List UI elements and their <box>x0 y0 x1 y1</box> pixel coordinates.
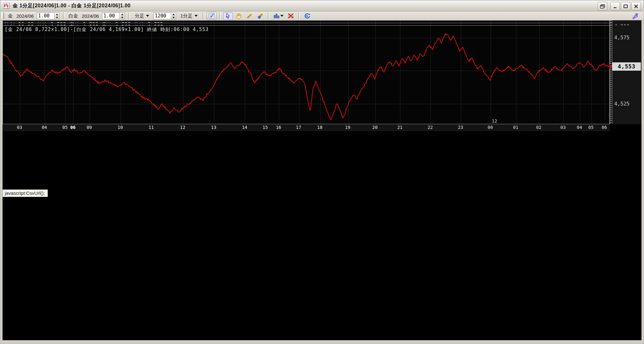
chevron-down-icon <box>194 15 198 17</box>
svg-text:R: R <box>306 15 308 18</box>
x-axis-label: 13 <box>211 125 216 130</box>
pointer-tool-button[interactable] <box>223 12 233 20</box>
x-axis-label: 18 <box>317 125 322 130</box>
gold-symbol-label: 金 <box>8 13 13 19</box>
bar-count-input[interactable] <box>153 12 171 19</box>
chevron-down-icon <box>146 15 149 17</box>
x-axis-label: 06 <box>70 125 76 130</box>
spread-current-price-box: 4,553 <box>612 62 641 71</box>
app-window: { "window": { "title": "金 1分足[2024/06]1.… <box>0 0 644 344</box>
x-axis-label: 00 <box>488 125 493 130</box>
x-axis-label: 10 <box>118 125 123 130</box>
platinum-multiplier-input[interactable] <box>102 12 119 19</box>
chart-style-button[interactable] <box>272 12 285 20</box>
x-axis-label: 11 <box>149 125 154 130</box>
pan-tool-button[interactable] <box>234 12 244 20</box>
gold-contract-month[interactable]: 2024/06 <box>16 13 34 19</box>
hand-icon <box>236 13 242 19</box>
data-window-icon <box>208 13 215 19</box>
bar-type-dropdown[interactable]: 分足 <box>133 12 150 20</box>
highlighter-crosshair-icon <box>257 13 264 19</box>
x-axis-label: 05 <box>588 125 594 130</box>
x-axis-label: 06 <box>602 125 607 130</box>
draw-tool-button[interactable] <box>245 12 254 20</box>
titlebar[interactable]: 金 1分足[2024/06]1.00 - 白金 1分足[2024/06]1.00 <box>1 1 643 11</box>
spread-plot[interactable]: [金 24/06 8,722×1.00]-[白金 24/06 4,169×1.0… <box>3 25 610 124</box>
x-axis-label: 17 <box>296 125 301 130</box>
platinum-symbol-label: 白金 <box>68 13 78 19</box>
current-price-arrow-icon <box>609 64 612 69</box>
wrench-icon <box>632 13 639 19</box>
bar-count-up[interactable] <box>171 13 176 16</box>
spread-y-axis: 4,553 4,5754,525 <box>612 25 641 124</box>
x-axis-label: 03 <box>17 125 22 130</box>
y-axis-label: 4,575 <box>614 34 629 40</box>
separator <box>128 12 130 19</box>
bar-chart-icon <box>273 13 280 19</box>
platinum-multiplier-spinner <box>102 12 125 19</box>
x-axis-label: 09 <box>86 125 92 130</box>
gold-multiplier-spinner <box>37 12 60 19</box>
platinum-multiplier-up[interactable] <box>120 13 124 16</box>
gold-multiplier-down[interactable] <box>54 16 59 19</box>
x-axis-label: 05 <box>62 125 68 130</box>
data-window-button[interactable] <box>207 12 216 20</box>
x-axis-label: 02 <box>536 125 541 130</box>
platinum-multiplier-down[interactable] <box>120 16 124 19</box>
x-axis-label: 15 <box>263 125 268 130</box>
separator <box>219 12 220 19</box>
spread-info: [金 24/06 8,722×1.00]-[白金 24/06 4,169×1.0… <box>5 27 209 33</box>
window-title: 金 1分足[2024/06]1.00 - 白金 1分足[2024/06]1.00 <box>13 3 131 9</box>
close-button[interactable] <box>631 2 641 10</box>
candlestick-app-icon <box>3 3 10 9</box>
chart-area: 時刻:06:00 始値:8,722 高値:8,722 安値:8,722 終値:8… <box>3 20 641 340</box>
x-axis-label: 14 <box>242 125 247 130</box>
x-axis-label: 16 <box>276 125 281 130</box>
minimize-button[interactable] <box>610 2 620 10</box>
spread-x-axis: 0304050609101112131415161718192021222300… <box>3 124 610 131</box>
bar-count-spinner <box>153 12 176 19</box>
separator <box>268 12 269 19</box>
toolbar-grip[interactable] <box>2 13 4 19</box>
x-axis-label: 01 <box>513 125 519 130</box>
platinum-contract-month[interactable]: 2024/06 <box>82 13 99 19</box>
remove-indicator-button[interactable] <box>286 12 296 20</box>
date-marker: 12 <box>492 118 497 124</box>
y-axis-label: 4,525 <box>614 101 629 107</box>
cursor-icon <box>225 13 231 19</box>
pencil-icon <box>246 13 252 19</box>
maximize-button[interactable] <box>621 2 630 10</box>
gold-multiplier-input[interactable] <box>37 12 54 19</box>
x-axis-label: 22 <box>428 125 433 130</box>
x-axis-label: 04 <box>42 125 47 130</box>
x-axis-label: 04 <box>577 125 582 130</box>
x-axis-label: 12 <box>180 125 185 130</box>
separator <box>203 12 204 19</box>
gold-multiplier-up[interactable] <box>54 13 59 16</box>
x-axis-label: 19 <box>345 125 350 130</box>
refresh-button[interactable]: R <box>303 12 312 20</box>
x-axis-label: 21 <box>397 125 403 130</box>
interval-dropdown[interactable]: 1分足 <box>179 12 199 20</box>
separator <box>63 12 64 19</box>
x-axis-label: 20 <box>372 125 378 130</box>
bar-count-down[interactable] <box>171 16 176 19</box>
refresh-icon: R <box>304 13 310 19</box>
separator <box>298 12 300 19</box>
marker-tool-button[interactable] <box>256 12 265 20</box>
x-axis-label: 03 <box>560 125 566 130</box>
status-tooltip: javascript:CsvUrl(); <box>3 189 48 197</box>
delete-chart-icon <box>288 13 294 19</box>
chevron-down-icon <box>280 15 284 17</box>
new-window-button[interactable] <box>598 2 607 10</box>
x-axis-label: 23 <box>458 125 463 130</box>
toolbar: 金 2024/06 白金 2024/06 分足 1分足 <box>1 11 643 21</box>
settings-button[interactable] <box>631 12 640 20</box>
price-ruler <box>610 25 612 124</box>
